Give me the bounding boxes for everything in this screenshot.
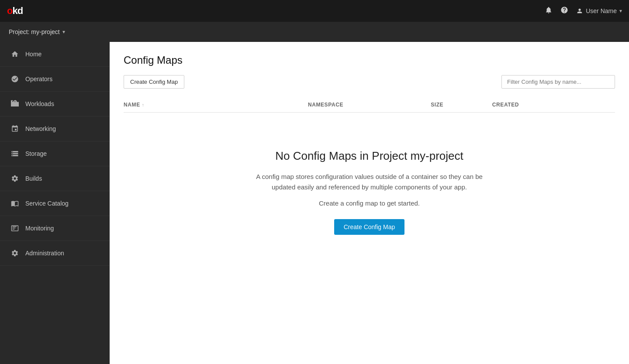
project-bar: Project: my-project ▾ xyxy=(0,22,629,42)
filter-input[interactable] xyxy=(501,75,615,89)
logo-o: o xyxy=(7,5,12,16)
sidebar-item-monitoring[interactable]: Monitoring xyxy=(0,216,110,241)
empty-state-title: No Config Maps in Project my-project xyxy=(275,149,463,163)
sidebar-item-service-catalog[interactable]: Service Catalog xyxy=(0,191,110,216)
create-config-map-button[interactable]: Create Config Map xyxy=(124,75,184,89)
sidebar-item-workloads[interactable]: Workloads xyxy=(0,92,110,117)
service-catalog-icon xyxy=(10,199,19,208)
user-chevron-icon: ▾ xyxy=(619,8,622,14)
sidebar-label-networking: Networking xyxy=(25,125,56,132)
empty-state: No Config Maps in Project my-project A c… xyxy=(124,114,615,270)
user-icon xyxy=(576,7,583,14)
sidebar-label-monitoring: Monitoring xyxy=(25,225,54,232)
sidebar-label-workloads: Workloads xyxy=(25,100,54,107)
monitoring-icon xyxy=(10,224,19,233)
col-header-name[interactable]: NAME ↑ xyxy=(124,102,308,108)
user-menu[interactable]: User Name ▾ xyxy=(576,7,622,14)
administration-icon xyxy=(10,249,19,258)
page-title: Config Maps xyxy=(124,54,615,66)
project-selector[interactable]: Project: my-project ▾ xyxy=(9,28,65,35)
user-name-label: User Name xyxy=(586,7,617,14)
sidebar-item-networking[interactable]: Networking xyxy=(0,117,110,141)
sidebar-label-service-catalog: Service Catalog xyxy=(25,200,69,207)
content-inner: Config Maps Create Config Map NAME ↑ NAM… xyxy=(110,42,629,364)
help-icon[interactable] xyxy=(560,6,568,16)
storage-icon xyxy=(10,149,19,158)
sidebar-label-administration: Administration xyxy=(25,250,64,257)
logo-kd: kd xyxy=(12,5,23,16)
sidebar-label-builds: Builds xyxy=(25,175,42,182)
sidebar-label-storage: Storage xyxy=(25,150,47,157)
main-layout: Home Operators Workloads Networking Stor xyxy=(0,42,629,364)
col-header-size: SIZE xyxy=(431,102,492,108)
topbar: okd User Name ▾ xyxy=(0,0,629,22)
table-header: NAME ↑ NAMESPACE SIZE CREATED xyxy=(124,97,615,113)
sidebar-item-home[interactable]: Home xyxy=(0,42,110,67)
sidebar-item-administration[interactable]: Administration xyxy=(0,241,110,266)
col-header-namespace: NAMESPACE xyxy=(308,102,431,108)
sidebar-label-home: Home xyxy=(25,51,41,58)
sidebar-item-storage[interactable]: Storage xyxy=(0,141,110,166)
sidebar: Home Operators Workloads Networking Stor xyxy=(0,42,110,364)
col-header-created: CREATED xyxy=(492,102,615,108)
empty-state-action-text: Create a config map to get started. xyxy=(319,199,420,207)
empty-state-description: A config map stores configuration values… xyxy=(256,172,483,192)
builds-icon xyxy=(10,174,19,183)
sidebar-item-operators[interactable]: Operators xyxy=(0,67,110,92)
project-label: Project: my-project xyxy=(9,28,60,35)
home-icon xyxy=(10,50,19,58)
logo: okd xyxy=(7,5,23,17)
sidebar-item-builds[interactable]: Builds xyxy=(0,166,110,191)
content-area: Config Maps Create Config Map NAME ↑ NAM… xyxy=(110,42,629,364)
workloads-icon xyxy=(10,100,19,108)
sidebar-label-operators: Operators xyxy=(25,76,52,82)
networking-icon xyxy=(10,124,19,133)
sort-indicator-name: ↑ xyxy=(142,103,145,107)
content-toolbar: Create Config Map xyxy=(124,75,615,89)
notification-icon[interactable] xyxy=(545,6,553,16)
topbar-right: User Name ▾ xyxy=(545,6,622,16)
operators-icon xyxy=(10,75,19,83)
project-chevron-icon: ▾ xyxy=(62,29,65,35)
empty-state-create-button[interactable]: Create Config Map xyxy=(334,219,405,235)
